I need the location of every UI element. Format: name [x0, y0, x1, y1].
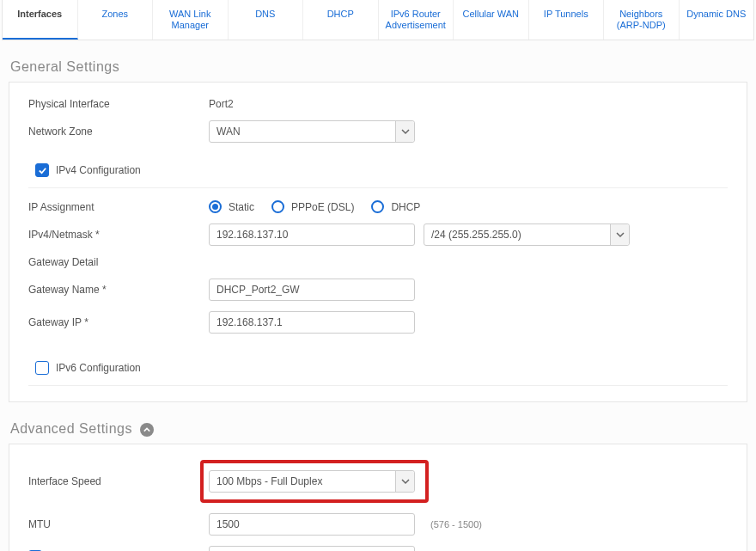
ipv4-config-checkbox[interactable]	[35, 163, 49, 177]
tab-cellular-wan[interactable]: Cellular WAN	[454, 0, 529, 40]
physical-interface-value: Port2	[209, 98, 234, 110]
gateway-name-label: Gateway Name *	[28, 284, 209, 296]
general-settings-title: General Settings	[0, 40, 756, 82]
chevron-down-icon	[610, 224, 629, 245]
netmask-value: /24 (255.255.255.0)	[431, 229, 521, 241]
ipv4-address-input[interactable]	[209, 223, 415, 246]
tab-ip-tunnels[interactable]: IP Tunnels	[529, 0, 605, 40]
interface-speed-value: 100 Mbps - Full Duplex	[216, 475, 322, 487]
ip-assign-pppoe-radio[interactable]	[271, 200, 284, 213]
tab-neighbors[interactable]: Neighbors (ARP-NDP)	[604, 0, 680, 40]
ip-assign-pppoe-label: PPPoE (DSL)	[291, 201, 354, 213]
tab-wan-link-manager[interactable]: WAN Link Manager	[153, 0, 229, 40]
chevron-down-icon	[395, 121, 414, 142]
interface-speed-highlight: 100 Mbps - Full Duplex	[200, 460, 429, 503]
physical-interface-label: Physical Interface	[28, 98, 209, 110]
ip-assignment-label: IP Assignment	[28, 201, 209, 213]
ipv6-config-label: IPv6 Configuration	[56, 362, 141, 374]
mss-input[interactable]	[209, 546, 415, 551]
gateway-ip-input[interactable]	[209, 311, 415, 334]
gateway-name-input[interactable]	[209, 279, 415, 301]
gateway-ip-label: Gateway IP *	[28, 316, 209, 328]
network-zone-select[interactable]: WAN	[209, 120, 415, 143]
tab-zones[interactable]: Zones	[78, 0, 154, 40]
network-zone-value: WAN	[216, 126, 241, 138]
interface-speed-label: Interface Speed	[28, 475, 209, 487]
advanced-settings-title[interactable]: Advanced Settings	[0, 402, 756, 444]
ip-assign-dhcp-label: DHCP	[391, 201, 420, 213]
advanced-settings-panel: Interface Speed 100 Mbps - Full Duplex M…	[9, 444, 747, 551]
mtu-hint: (576 - 1500)	[430, 519, 482, 530]
tab-interfaces[interactable]: Interfaces	[3, 0, 78, 40]
ipv4-netmask-label: IPv4/Netmask *	[28, 229, 209, 241]
interface-speed-select[interactable]: 100 Mbps - Full Duplex	[209, 470, 415, 493]
mtu-label: MTU	[28, 518, 209, 530]
chevron-down-icon	[395, 471, 414, 492]
general-settings-panel: Physical Interface Port2 Network Zone WA…	[9, 82, 747, 402]
tab-ipv6-ra[interactable]: IPv6 Router Advertisement	[379, 0, 454, 40]
ip-assign-static-label: Static	[229, 201, 254, 213]
ip-assign-static-radio[interactable]	[209, 200, 222, 213]
ipv6-config-checkbox[interactable]	[35, 361, 49, 375]
ipv4-config-label: IPv4 Configuration	[56, 164, 141, 176]
gateway-detail-label: Gateway Detail	[28, 256, 209, 268]
ip-assign-dhcp-radio[interactable]	[371, 200, 384, 213]
mtu-input[interactable]	[209, 513, 415, 536]
tab-bar: Interfaces Zones WAN Link Manager DNS DH…	[2, 0, 754, 40]
tab-dns[interactable]: DNS	[229, 0, 304, 40]
chevron-up-icon	[140, 423, 154, 437]
tab-dhcp[interactable]: DHCP	[303, 0, 379, 40]
tab-dynamic-dns[interactable]: Dynamic DNS	[680, 0, 754, 40]
netmask-select[interactable]: /24 (255.255.255.0)	[424, 223, 630, 246]
advanced-settings-label: Advanced Settings	[10, 421, 132, 436]
network-zone-label: Network Zone	[28, 126, 209, 138]
